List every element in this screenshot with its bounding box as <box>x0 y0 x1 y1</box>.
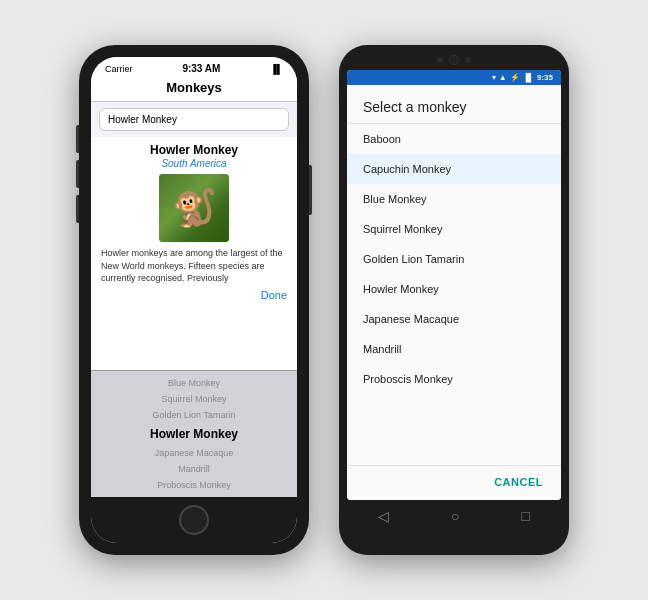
ios-picker-item-5[interactable]: Mandrill <box>91 461 297 477</box>
android-back-button[interactable]: ◁ <box>378 508 389 524</box>
ios-search-box[interactable]: Howler Monkey <box>99 108 289 131</box>
ios-monkey-name: Howler Monkey <box>101 143 287 157</box>
ios-monkey-detail: Howler Monkey South America Howler monke… <box>91 137 297 370</box>
android-list-item-6[interactable]: Japanese Macaque <box>347 304 561 334</box>
ios-carrier: Carrier <box>105 64 133 74</box>
ios-content: Howler Monkey South America Howler monke… <box>91 137 297 497</box>
android-cancel-button[interactable]: CANCEL <box>488 472 549 492</box>
ios-phone: Carrier 9:33 AM ▐▌ Monkeys Howler Monkey… <box>79 45 309 555</box>
ios-nav-bar: Monkeys <box>91 76 297 102</box>
android-list-item-2[interactable]: Blue Monkey <box>347 184 561 214</box>
ios-picker-item-6[interactable]: Proboscis Monkey <box>91 477 297 493</box>
android-list-item-7[interactable]: Mandrill <box>347 334 561 364</box>
android-list-item-5[interactable]: Howler Monkey <box>347 274 561 304</box>
android-list-item-3[interactable]: Squirrel Monkey <box>347 214 561 244</box>
android-camera-bar <box>347 55 561 65</box>
android-list-item-8[interactable]: Proboscis Monkey <box>347 364 561 394</box>
android-status-icons: ▾ ▲ ⚡ ▐▌ 9:35 <box>492 73 553 82</box>
android-signal-icon: ▲ <box>499 73 507 82</box>
ios-picker-item-4[interactable]: Japanese Macaque <box>91 445 297 461</box>
ios-monkey-image <box>159 174 229 242</box>
ios-monkey-region: South America <box>101 158 287 169</box>
ios-home-button[interactable] <box>179 505 209 535</box>
ios-picker-item-2[interactable]: Golden Lion Tamarin <box>91 407 297 423</box>
ios-picker-item-3[interactable]: Howler Monkey <box>91 423 297 445</box>
ios-time: 9:33 AM <box>182 63 220 74</box>
android-dialog-list: Baboon Capuchin Monkey Blue Monkey Squir… <box>347 124 561 466</box>
android-recents-button[interactable]: □ <box>522 508 530 524</box>
android-speaker <box>437 57 443 63</box>
ios-monkey-desc: Howler monkeys are among the largest of … <box>101 247 287 285</box>
ios-picker-overlay: Blue Monkey Squirrel Monkey Golden Lion … <box>91 370 297 497</box>
ios-home-bar <box>91 497 297 543</box>
android-wifi-icon: ▾ <box>492 73 496 82</box>
android-sensor <box>465 57 471 63</box>
android-camera-lens <box>449 55 459 65</box>
ios-picker-item-0[interactable]: Blue Monkey <box>91 375 297 391</box>
ios-picker-item-1[interactable]: Squirrel Monkey <box>91 391 297 407</box>
ios-vol-up-btn <box>76 160 79 188</box>
ios-vol-down-btn <box>76 195 79 223</box>
ios-nav-title: Monkeys <box>91 80 297 95</box>
monkey-art <box>159 174 229 242</box>
android-time: 9:35 <box>537 73 553 82</box>
android-list-item-0[interactable]: Baboon <box>347 124 561 154</box>
android-list-item-1[interactable]: Capuchin Monkey <box>347 154 561 184</box>
android-nav-bar: ◁ ○ □ <box>347 500 561 532</box>
android-dialog-action-bar: CANCEL <box>347 465 561 500</box>
android-home-button[interactable]: ○ <box>451 508 459 524</box>
ios-battery-icon: ▐▌ <box>270 64 283 74</box>
ios-power-btn <box>309 165 312 215</box>
android-status-bar: ▾ ▲ ⚡ ▐▌ 9:35 <box>347 70 561 85</box>
ios-screen: Carrier 9:33 AM ▐▌ Monkeys Howler Monkey… <box>91 57 297 543</box>
ios-status-bar: Carrier 9:33 AM ▐▌ <box>91 57 297 76</box>
ios-silent-btn <box>76 125 79 153</box>
android-screen: ▾ ▲ ⚡ ▐▌ 9:35 Select a monkey Baboon Cap… <box>347 70 561 500</box>
android-battery-icon: ▐▌ <box>523 73 534 82</box>
ios-done-button[interactable]: Done <box>101 289 287 305</box>
android-dialog-title: Select a monkey <box>347 85 561 123</box>
android-phone: ▾ ▲ ⚡ ▐▌ 9:35 Select a monkey Baboon Cap… <box>339 45 569 555</box>
android-charge-icon: ⚡ <box>510 73 520 82</box>
android-list-item-4[interactable]: Golden Lion Tamarin <box>347 244 561 274</box>
android-dialog: Select a monkey Baboon Capuchin Monkey B… <box>347 85 561 500</box>
